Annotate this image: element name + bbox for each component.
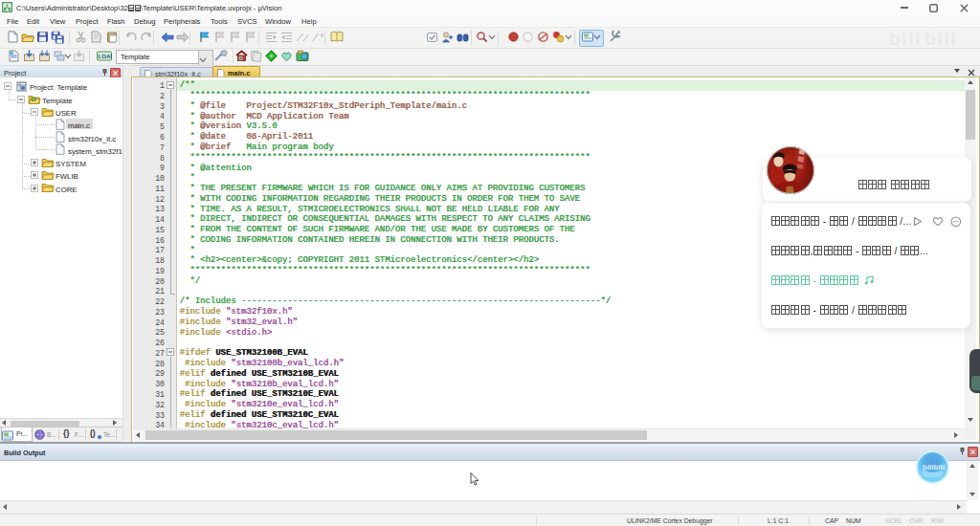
svg-text://: // (297, 33, 308, 43)
svg-text:LOAD: LOAD (99, 54, 112, 59)
svg-text:bilibili: bilibili (923, 463, 945, 471)
svg-text:/*: /* (312, 33, 323, 43)
